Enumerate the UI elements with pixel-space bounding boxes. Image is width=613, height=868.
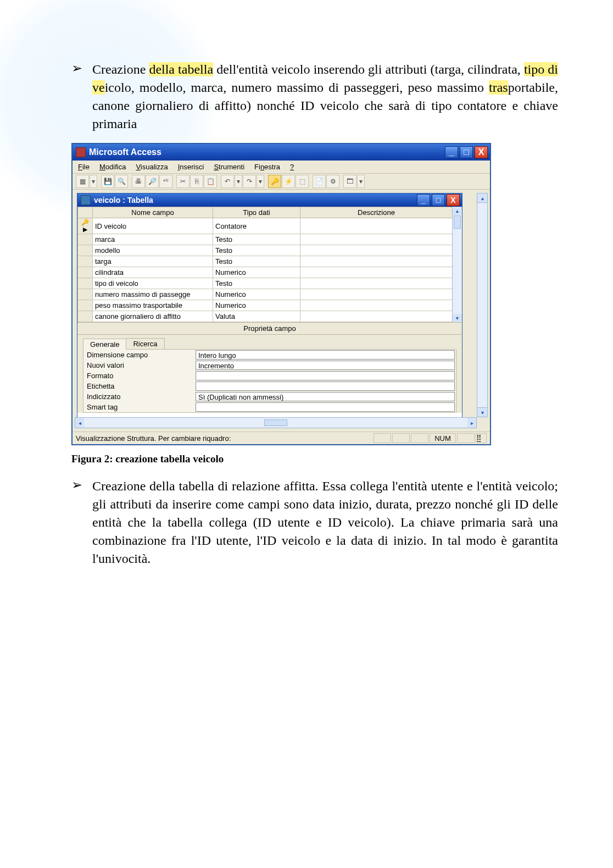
- child-maximize-button[interactable]: □: [432, 194, 445, 206]
- build-button[interactable]: ⚙: [326, 175, 339, 188]
- field-type-cell[interactable]: Valuta: [213, 311, 300, 322]
- paste-button[interactable]: 📋: [204, 175, 217, 188]
- scroll-thumb[interactable]: [264, 419, 287, 426]
- scroll-thumb[interactable]: [454, 215, 461, 229]
- redo-button[interactable]: ↷: [243, 175, 256, 188]
- table-row[interactable]: targaTesto: [78, 256, 453, 267]
- table-row[interactable]: numero massimo di passeggeNumerico: [78, 289, 453, 300]
- view-button[interactable]: ▦: [76, 175, 89, 188]
- menu-visualizza[interactable]: Visualizza: [136, 163, 168, 171]
- scroll-right-icon[interactable]: ▸: [467, 418, 476, 428]
- fields-table[interactable]: Nome campo Tipo dati Descrizione 🔑▶ID ve…: [77, 207, 453, 322]
- search-button[interactable]: 🔍: [115, 175, 128, 188]
- mdi-vscroll[interactable]: ▴ ▾: [477, 193, 488, 417]
- child-close-button[interactable]: X: [447, 194, 460, 206]
- row-selector[interactable]: [78, 267, 93, 278]
- field-name-cell[interactable]: cilindrata: [93, 267, 213, 278]
- close-button[interactable]: X: [475, 146, 488, 158]
- field-desc-cell[interactable]: [300, 245, 453, 256]
- redo-dropdown[interactable]: ▾: [257, 175, 264, 188]
- col-type[interactable]: Tipo dati: [213, 207, 300, 218]
- preview-button[interactable]: 🔎: [146, 175, 159, 188]
- field-desc-cell[interactable]: [300, 278, 453, 289]
- table-row[interactable]: canone giornaliero di affittoValuta: [78, 311, 453, 322]
- field-type-cell[interactable]: Testo: [213, 278, 300, 289]
- field-name-cell[interactable]: canone giornaliero di affitto: [93, 311, 213, 322]
- table-row[interactable]: tipo di veicoloTesto: [78, 278, 453, 289]
- field-type-cell[interactable]: Testo: [213, 256, 300, 267]
- grid-scrollbar[interactable]: ▴ ▾: [452, 207, 462, 322]
- field-desc-cell[interactable]: [300, 300, 453, 311]
- scroll-down-icon[interactable]: ▾: [477, 407, 487, 417]
- copy-button[interactable]: ⎘: [190, 175, 203, 188]
- field-type-cell[interactable]: Numerico: [213, 267, 300, 278]
- menu-strumenti[interactable]: Strumenti: [214, 163, 244, 171]
- menu-file[interactable]: File: [78, 163, 90, 171]
- dbwindow-button[interactable]: 🗔: [343, 175, 356, 188]
- property-value-input[interactable]: [196, 402, 455, 412]
- properties-button[interactable]: 📄: [313, 175, 326, 188]
- property-value-input[interactable]: Incremento: [196, 361, 455, 370]
- row-selector[interactable]: [78, 289, 93, 300]
- menu-modifica[interactable]: Modifica: [99, 163, 126, 171]
- field-desc-cell[interactable]: [300, 218, 453, 234]
- minimize-button[interactable]: _: [445, 146, 458, 158]
- field-name-cell[interactable]: numero massimo di passegge: [93, 289, 213, 300]
- property-value-input[interactable]: [196, 382, 455, 391]
- cut-button[interactable]: ✂: [176, 175, 190, 188]
- insertrows-button[interactable]: ⬚: [296, 175, 309, 188]
- row-selector[interactable]: [78, 245, 93, 256]
- field-type-cell[interactable]: Contatore: [213, 218, 300, 234]
- table-row[interactable]: 🔑▶ID veicoloContatore: [78, 218, 453, 234]
- maximize-button[interactable]: □: [460, 146, 473, 158]
- menu-inserisci[interactable]: Inserisci: [178, 163, 204, 171]
- row-selector[interactable]: [78, 234, 93, 245]
- field-type-cell[interactable]: Numerico: [213, 289, 300, 300]
- field-type-cell[interactable]: Numerico: [213, 300, 300, 311]
- col-name[interactable]: Nome campo: [93, 207, 213, 218]
- col-desc[interactable]: Descrizione: [300, 207, 453, 218]
- mdi-hscroll[interactable]: ◂ ▸: [75, 417, 477, 428]
- table-row[interactable]: modelloTesto: [78, 245, 453, 256]
- save-button[interactable]: 💾: [101, 175, 114, 188]
- row-selector[interactable]: [78, 300, 93, 311]
- scroll-left-icon[interactable]: ◂: [75, 418, 84, 428]
- field-name-cell[interactable]: targa: [93, 256, 213, 267]
- field-desc-cell[interactable]: [300, 234, 453, 245]
- property-value-input[interactable]: [196, 371, 455, 380]
- field-desc-cell[interactable]: [300, 289, 453, 300]
- scroll-up-icon[interactable]: ▴: [453, 207, 462, 215]
- field-type-cell[interactable]: Testo: [213, 234, 300, 245]
- resize-grip-icon[interactable]: ⣿: [476, 433, 487, 443]
- field-desc-cell[interactable]: [300, 256, 453, 267]
- primary-key-icon[interactable]: 🔑▶: [78, 218, 93, 234]
- field-name-cell[interactable]: modello: [93, 245, 213, 256]
- row-selector[interactable]: [78, 256, 93, 267]
- table-row[interactable]: peso massimo trasportabileNumerico: [78, 300, 453, 311]
- field-name-cell[interactable]: ID veicolo: [93, 218, 213, 234]
- tab-ricerca[interactable]: Ricerca: [126, 338, 164, 349]
- undo-button[interactable]: ↶: [221, 175, 234, 188]
- field-type-cell[interactable]: Testo: [213, 245, 300, 256]
- child-titlebar[interactable]: veicolo : Tabella _ □ X: [77, 193, 462, 207]
- field-desc-cell[interactable]: [300, 267, 453, 278]
- table-row[interactable]: cilindrataNumerico: [78, 267, 453, 278]
- field-name-cell[interactable]: peso massimo trasportabile: [93, 300, 213, 311]
- undo-dropdown[interactable]: ▾: [235, 175, 242, 188]
- indexes-button[interactable]: ⚡: [282, 175, 295, 188]
- print-button[interactable]: 🖶: [132, 175, 145, 188]
- titlebar[interactable]: Microsoft Access _ □ X: [73, 144, 490, 161]
- menu-finestra[interactable]: Finestra: [254, 163, 280, 171]
- field-name-cell[interactable]: marca: [93, 234, 213, 245]
- row-selector[interactable]: [78, 311, 93, 322]
- tab-generale[interactable]: Generale: [83, 339, 126, 350]
- property-value-input[interactable]: Sì (Duplicati non ammessi): [196, 392, 455, 401]
- row-selector[interactable]: [78, 278, 93, 289]
- menu-help[interactable]: ?: [290, 163, 294, 171]
- field-desc-cell[interactable]: [300, 311, 453, 322]
- spellcheck-button[interactable]: ᵃᵇ: [159, 175, 172, 188]
- scroll-down-icon[interactable]: ▾: [453, 314, 462, 322]
- property-value-input[interactable]: Intero lungo: [196, 350, 455, 360]
- field-name-cell[interactable]: tipo di veicolo: [93, 278, 213, 289]
- dropdown-icon[interactable]: ▾: [90, 175, 97, 188]
